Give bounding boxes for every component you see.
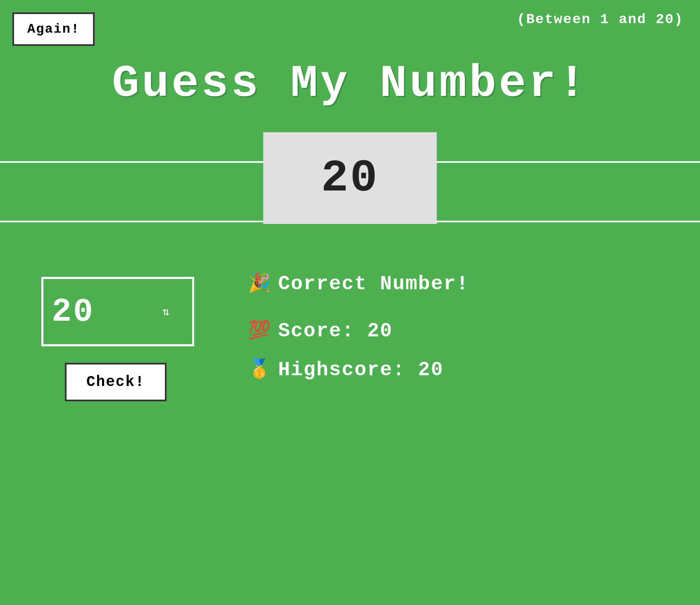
again-button[interactable]: Again! — [12, 12, 95, 46]
score-display: 💯 Score: 20 — [248, 320, 469, 342]
guess-input-box[interactable]: ⇅ — [41, 277, 194, 346]
correct-message-text: Correct Number! — [278, 273, 469, 295]
input-spinner-icon[interactable]: ⇅ — [162, 305, 169, 319]
check-button[interactable]: Check! — [65, 363, 167, 401]
highscore-display: 🥇 Highscore: 20 — [248, 359, 469, 381]
messages-panel: 🎉 Correct Number! 💯 Score: 20 🥇 Highscor… — [248, 273, 469, 381]
score-text: Score: 20 — [278, 320, 393, 342]
party-icon: 🎉 — [248, 275, 271, 293]
secret-number-display: 20 — [321, 152, 379, 204]
medal-icon: 🥇 — [248, 361, 271, 379]
range-hint: (Between 1 and 20) — [517, 12, 683, 27]
hundred-icon: 💯 — [248, 322, 271, 340]
highscore-text: Highscore: 20 — [278, 359, 443, 381]
number-display-box: 20 — [263, 132, 437, 224]
guess-input[interactable] — [52, 293, 159, 331]
correct-message: 🎉 Correct Number! — [248, 273, 469, 295]
page-title: Guess My Number! — [0, 58, 700, 110]
